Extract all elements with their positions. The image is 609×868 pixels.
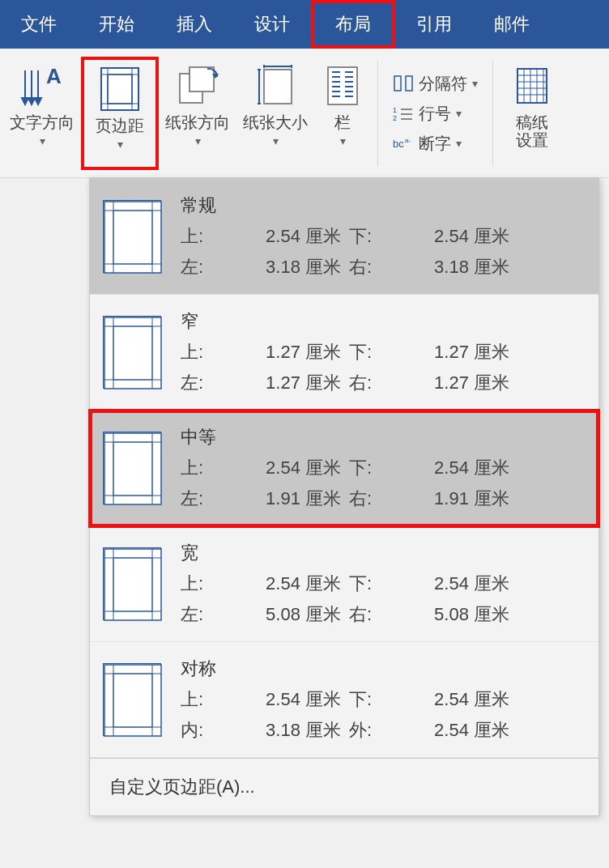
tab-layout[interactable]: 布局 [311,0,395,49]
ribbon-layout: A 文字方向 ▾ 页边距 ▾ [0,49,609,178]
tab-file[interactable]: 文件 [0,0,78,49]
manuscript-button[interactable]: 稿纸 设置 [500,57,564,170]
margin-label: 右: [349,602,388,627]
page-setup-group: 分隔符 ▾ 12 行号 ▾ bca- 断字 ▾ [385,57,486,170]
margin-value: 2.54 厘米 [228,456,341,480]
margin-label: 下: [349,687,388,712]
tab-design[interactable]: 设计 [233,0,311,49]
margin-preset-icon [103,432,161,504]
margin-preset-1[interactable]: 窄上:1.27 厘米下:1.27 厘米左:1.27 厘米右:1.27 厘米 [90,295,598,411]
margin-values: 上:2.54 厘米下:2.54 厘米左:5.08 厘米右:5.08 厘米 [181,572,586,627]
margin-preset-title: 对称 [181,657,586,681]
caret-icon: ▾ [40,134,45,147]
margin-preset-icon [103,663,161,736]
caret-icon: ▾ [472,77,478,90]
svg-rect-16 [264,70,292,104]
margin-value: 1.91 厘米 [396,487,509,511]
hyphenation-button[interactable]: bca- 断字 ▾ [393,133,478,155]
margin-preset-body: 常规上:2.54 厘米下:2.54 厘米左:3.18 厘米右:3.18 厘米 [181,194,586,279]
text-direction-button[interactable]: A 文字方向 ▾ [3,57,81,170]
margin-value: 2.54 厘米 [396,572,509,596]
tab-insert[interactable]: 插入 [155,0,233,49]
ribbon-tabs: 文件 开始 插入 设计 布局 引用 邮件 [0,0,609,49]
margin-preset-title: 常规 [181,194,586,218]
svg-text:bc: bc [393,138,404,150]
margin-preset-body: 宽上:2.54 厘米下:2.54 厘米左:5.08 厘米右:5.08 厘米 [181,541,586,627]
margin-value: 2.54 厘米 [396,687,509,712]
size-label: 纸张大小 [243,113,308,131]
caret-icon: ▾ [117,138,123,151]
svg-text:A: A [46,66,62,88]
margin-label: 左: [181,255,219,279]
margins-button[interactable]: 页边距 ▾ [81,57,159,170]
margin-preset-0[interactable]: 常规上:2.54 厘米下:2.54 厘米左:3.18 厘米右:3.18 厘米 [90,179,598,295]
margin-label: 下: [349,340,388,364]
caret-icon: ▾ [340,134,346,147]
margins-dropdown: 常规上:2.54 厘米下:2.54 厘米左:3.18 厘米右:3.18 厘米窄上… [89,178,599,816]
margin-label: 左: [181,371,219,395]
margin-preset-4[interactable]: 对称上:2.54 厘米下:2.54 厘米内:3.18 厘米外:2.54 厘米 [90,642,598,758]
margin-value: 2.54 厘米 [228,224,341,249]
margin-value: 3.18 厘米 [396,255,509,279]
margin-label: 上: [181,456,219,480]
line-numbers-label: 行号 [419,103,451,125]
margin-value: 2.54 厘米 [396,224,509,249]
tab-references[interactable]: 引用 [395,0,473,49]
svg-text:1: 1 [393,106,397,114]
margin-preset-title: 宽 [181,541,586,565]
separator [377,61,378,166]
orientation-icon [175,62,220,110]
margin-values: 上:2.54 厘米下:2.54 厘米内:3.18 厘米外:2.54 厘米 [181,687,586,742]
margin-values: 上:2.54 厘米下:2.54 厘米左:3.18 厘米右:3.18 厘米 [181,224,586,279]
margin-value: 5.08 厘米 [396,602,509,627]
margin-label: 右: [349,255,388,279]
tab-mailings[interactable]: 邮件 [473,0,551,49]
breaks-icon [393,74,414,92]
margin-value: 2.54 厘米 [228,687,341,712]
breaks-label: 分隔符 [419,73,467,95]
separator [492,61,493,166]
hyphenation-label: 断字 [419,133,451,155]
line-numbers-icon: 12 [393,104,414,122]
margin-label: 下: [349,224,388,249]
margin-preset-icon [103,200,161,273]
caret-icon: ▾ [273,134,279,147]
hyphenation-icon: bca- [393,134,414,152]
margin-value: 2.54 厘米 [228,572,341,596]
orientation-button[interactable]: 纸张方向 ▾ [159,57,236,170]
svg-rect-36 [394,76,401,91]
margin-value: 2.54 厘米 [396,718,509,742]
margin-value: 5.08 厘米 [228,602,341,627]
tab-home[interactable]: 开始 [78,0,155,49]
margins-icon [100,65,140,113]
margin-preset-title: 中等 [181,425,586,449]
caret-icon: ▾ [456,137,462,150]
size-icon [253,62,298,110]
margin-preset-3[interactable]: 宽上:2.54 厘米下:2.54 厘米左:5.08 厘米右:5.08 厘米 [90,526,598,642]
text-direction-icon: A [20,62,64,110]
margin-value: 3.18 厘米 [228,255,341,279]
margin-preset-2[interactable]: 中等上:2.54 厘米下:2.54 厘米左:1.91 厘米右:1.91 厘米 [90,411,598,526]
margin-label: 右: [349,487,388,511]
margin-label: 上: [181,687,219,712]
line-numbers-button[interactable]: 12 行号 ▾ [393,103,478,125]
margin-value: 1.27 厘米 [228,371,341,395]
caret-icon: ▾ [195,134,201,147]
margin-label: 左: [181,487,219,511]
columns-label: 栏 [334,113,351,131]
margin-label: 左: [181,602,219,627]
margin-label: 上: [181,340,219,364]
margin-preset-body: 窄上:1.27 厘米下:1.27 厘米左:1.27 厘米右:1.27 厘米 [181,309,586,395]
svg-rect-37 [406,76,412,91]
svg-rect-45 [517,69,547,103]
columns-button[interactable]: 栏 ▾ [314,57,371,170]
custom-margins-button[interactable]: 自定义页边距(A)... [90,758,598,815]
margin-label: 内: [181,718,219,742]
margins-label: 页边距 [96,117,144,134]
svg-text:a-: a- [405,137,411,144]
margin-values: 上:2.54 厘米下:2.54 厘米左:1.91 厘米右:1.91 厘米 [181,456,586,511]
breaks-button[interactable]: 分隔符 ▾ [393,73,478,95]
margin-value: 2.54 厘米 [396,456,509,480]
margin-values: 上:1.27 厘米下:1.27 厘米左:1.27 厘米右:1.27 厘米 [181,340,586,395]
size-button[interactable]: 纸张大小 ▾ [236,57,314,170]
